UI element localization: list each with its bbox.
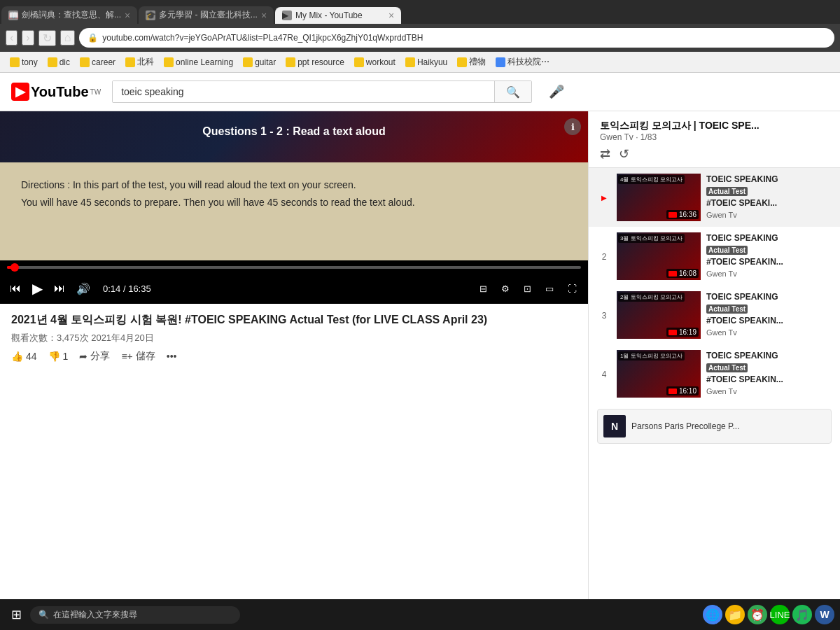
subtitles-button[interactable]: ⊟ xyxy=(475,282,491,295)
taskbar-word-icon[interactable]: W xyxy=(815,605,834,624)
save-button[interactable]: ≡+ 儲存 xyxy=(121,350,155,363)
taskbar-search-icon: 🔍 xyxy=(38,610,49,620)
tab-2[interactable]: 🎓 多元學習 - 國立臺北科技... × xyxy=(139,6,274,24)
taskbar-chrome-icon[interactable]: 🌐 xyxy=(703,605,722,624)
bookmark-tony[interactable]: tony xyxy=(6,56,42,69)
skip-forward-button[interactable]: ⏭ xyxy=(51,281,68,296)
bookmark-beike[interactable]: 北科 xyxy=(121,55,158,69)
back-button[interactable]: ‹ xyxy=(6,30,18,46)
dislike-count: 1 xyxy=(63,351,69,362)
forward-button[interactable]: › xyxy=(22,30,34,46)
video-header-bg: ℹ Questions 1 - 2 : Read a text aloud xyxy=(0,111,588,162)
home-button[interactable]: ⌂ xyxy=(60,30,76,46)
save-label: 儲存 xyxy=(136,350,155,363)
thumbs-down-icon: 👎 xyxy=(48,351,60,362)
bookmark-tech[interactable]: 科技校院⋯ xyxy=(491,55,554,69)
bookmark-icon-haikyuu xyxy=(405,57,415,67)
item-title-2: TOEIC SPEAKING Actual Test #TOEIC SPEAKI… xyxy=(706,232,832,267)
item-info-3: TOEIC SPEAKING Actual Test #TOEIC SPEAKI… xyxy=(706,291,832,339)
bookmark-ppt[interactable]: ppt resource xyxy=(281,56,349,69)
address-box[interactable]: 🔒 youtube.com/watch?v=jeYGoAPrATU&list=P… xyxy=(79,28,834,48)
item-thumb-duration-2: 16:08 xyxy=(666,269,699,278)
tab-close-1[interactable]: × xyxy=(125,10,130,21)
bookmark-workout[interactable]: workout xyxy=(350,56,400,69)
fullscreen-button[interactable]: ⛶ xyxy=(564,282,581,295)
playlist-item-2[interactable]: 2 3월 토익스피킹 모의고사 16:08 TOEIC SPEAKING Act… xyxy=(589,227,840,286)
tab-favicon-3: ▶ xyxy=(282,10,292,20)
playlist-item-3[interactable]: 3 2월 토익스피킹 모의고사 16:19 TOEIC SPEAKING Act… xyxy=(589,286,840,344)
shuffle-icon[interactable]: ⇄ xyxy=(600,146,610,162)
video-progress-area xyxy=(0,260,588,276)
skip-back-button[interactable]: ⏮ xyxy=(7,281,24,296)
like-button[interactable]: 👍 44 xyxy=(11,351,37,362)
bookmark-label-tony: tony xyxy=(22,57,38,67)
video-info-button[interactable]: ℹ xyxy=(564,118,581,135)
play-button[interactable]: ▶ xyxy=(29,279,46,298)
duration-red-icon-1 xyxy=(668,212,677,218)
bookmark-label-online-learning: online Learning xyxy=(176,57,233,67)
more-icon: ••• xyxy=(167,351,177,362)
bookmark-label-workout: workout xyxy=(366,57,396,67)
item-thumb-label-4: 1월 토익스피킹 모의고사 xyxy=(618,351,685,360)
youtube-search-input[interactable] xyxy=(113,81,494,102)
bookmark-label-beike: 北科 xyxy=(137,56,154,68)
tab-bar: 📖 劍橋詞典：查找意思、解... × 🎓 多元學習 - 國立臺北科技... × … xyxy=(0,0,840,24)
taskbar-folder-icon[interactable]: 📁 xyxy=(725,605,745,624)
youtube-search-button[interactable]: 🔍 xyxy=(494,81,531,102)
ad-box[interactable]: N Parsons Paris Precollege P... xyxy=(597,409,832,444)
lock-icon: 🔒 xyxy=(88,33,98,43)
share-button[interactable]: ➦ 分享 xyxy=(79,350,110,363)
address-text: youtube.com/watch?v=jeYGoAPrATU&list=PLa… xyxy=(102,33,826,43)
bookmark-label-dic: dic xyxy=(59,57,70,67)
bookmark-label-ppt: ppt resource xyxy=(298,57,344,67)
sidebar-subtitle: Gwen Tv · 1/83 xyxy=(600,132,829,142)
video-progress-bar[interactable] xyxy=(7,266,581,269)
bookmark-icon-gift xyxy=(457,57,467,67)
bookmark-dic[interactable]: dic xyxy=(43,56,74,69)
playlist-item-1[interactable]: ▶ 4월 토익스피킹 모의고사 16:36 TOEIC SPEAKING Act… xyxy=(589,168,840,227)
bookmark-icon-tony xyxy=(10,57,20,67)
video-info: 2021년 4월 토익스피킹 시험 복원! #TOEIC SPEAKING Ac… xyxy=(0,304,588,371)
taskbar-spotify-icon[interactable]: 🎵 xyxy=(792,605,812,624)
dislike-button[interactable]: 👎 1 xyxy=(48,351,69,362)
more-button[interactable]: ••• xyxy=(167,351,177,362)
tab-close-2[interactable]: × xyxy=(261,10,267,21)
miniplayer-button[interactable]: ⊡ xyxy=(519,282,536,295)
sidebar-ad: N Parsons Paris Precollege P... xyxy=(589,403,840,449)
youtube-logo-sup: TW xyxy=(90,88,102,96)
bookmark-haikyuu[interactable]: Haikyuu xyxy=(401,56,451,69)
video-slide-title: Questions 1 - 2 : Read a text aloud xyxy=(21,125,567,138)
item-number-4: 4 xyxy=(598,368,610,379)
youtube-mic-button[interactable]: 🎤 xyxy=(543,84,570,99)
start-button[interactable]: ⊞ xyxy=(6,604,27,625)
reload-button[interactable]: ↻ xyxy=(38,30,56,46)
repeat-icon[interactable]: ↺ xyxy=(619,146,629,162)
theater-button[interactable]: ▭ xyxy=(541,282,558,295)
sidebar-controls: ⇄ ↺ xyxy=(600,146,829,162)
tab-close-3[interactable]: × xyxy=(388,10,394,21)
taskbar-line-icon[interactable]: LINE xyxy=(770,605,790,624)
bookmark-online-learning[interactable]: online Learning xyxy=(160,56,237,69)
taskbar-clock-icon[interactable]: ⏰ xyxy=(748,605,767,624)
tab-title-3: My Mix - YouTube xyxy=(295,10,385,20)
playlist-item-4[interactable]: 4 1월 토익스피킹 모의고사 16:10 TOEIC SPEAKING Act… xyxy=(589,344,840,403)
bookmark-guitar[interactable]: guitar xyxy=(239,56,280,69)
bookmark-gift[interactable]: 禮物 xyxy=(453,55,490,69)
video-controls: ⏮ ▶ ⏭ 🔊 0:14 / 16:35 ⊟ ⚙ ⊡ ▭ ⛶ xyxy=(0,276,588,304)
ad-logo: N xyxy=(603,415,626,438)
settings-button[interactable]: ⚙ xyxy=(497,282,514,295)
tab-1[interactable]: 📖 劍橋詞典：查找意思、解... × xyxy=(1,6,137,24)
volume-button[interactable]: 🔊 xyxy=(74,281,93,297)
youtube-header: ▶ YouTube TW 🔍 🎤 xyxy=(0,73,840,111)
thumbs-up-icon: 👍 xyxy=(11,351,23,362)
current-time: 0:14 / 16:35 xyxy=(103,284,151,294)
item-thumb-label-1: 4월 토익스피킹 모의고사 xyxy=(618,175,685,184)
duration-red-icon-4 xyxy=(668,388,677,394)
youtube-logo-text: YouTube xyxy=(31,84,89,100)
bookmark-career[interactable]: career xyxy=(76,56,120,69)
ad-text: Parsons Paris Precollege P... xyxy=(631,421,740,431)
sidebar: 토익스피킹 모의고사 | TOEIC SPE... Gwen Tv · 1/83… xyxy=(588,111,840,630)
tab-3[interactable]: ▶ My Mix - YouTube × xyxy=(275,7,401,24)
bookmark-icon-online-learning xyxy=(164,57,174,67)
taskbar-search[interactable]: 🔍 在這裡輸入文字來搜尋 xyxy=(30,606,240,624)
